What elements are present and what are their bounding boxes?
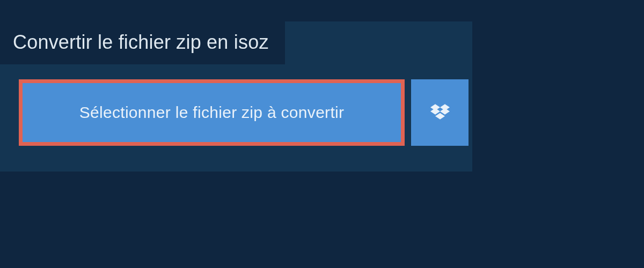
select-file-button[interactable]: Sélectionner le fichier zip à convertir bbox=[19, 79, 405, 146]
dropbox-icon bbox=[430, 104, 450, 121]
page-title: Convertir le fichier zip en isoz bbox=[0, 21, 285, 64]
button-row: Sélectionner le fichier zip à convertir bbox=[19, 79, 469, 146]
select-file-label: Sélectionner le fichier zip à convertir bbox=[79, 103, 345, 122]
dropbox-button[interactable] bbox=[411, 79, 469, 146]
converter-panel: Convertir le fichier zip en isoz Sélecti… bbox=[0, 21, 472, 172]
